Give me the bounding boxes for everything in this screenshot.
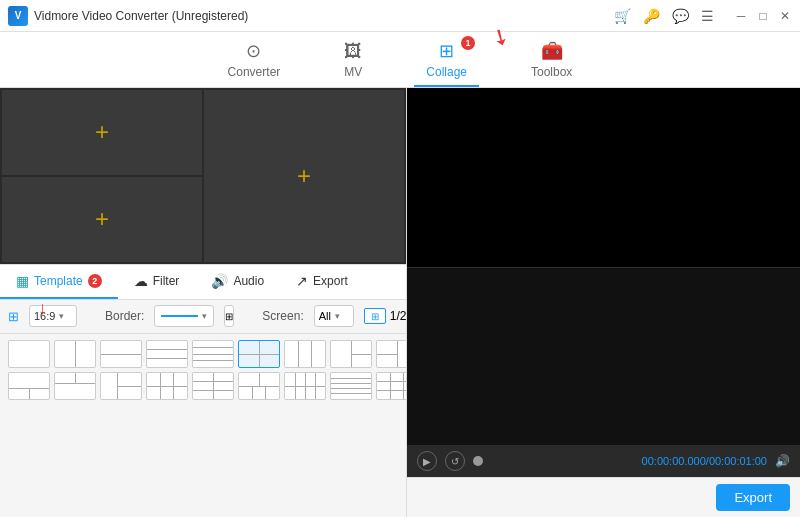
collage-cell-topleft[interactable]: + bbox=[2, 90, 202, 175]
template-item-16[interactable] bbox=[146, 372, 188, 400]
filter-icon: ☁ bbox=[134, 273, 148, 289]
preview-video bbox=[407, 88, 800, 445]
stop-button[interactable]: ↺ bbox=[445, 451, 465, 471]
bottom-tabs: ▦ Template 2 ↓ ☁ Filter 🔊 Audio ↗ Export bbox=[0, 264, 406, 300]
tab-converter[interactable]: ⊙ Converter bbox=[216, 34, 293, 87]
border-settings-btn[interactable]: ⊞ bbox=[224, 305, 234, 327]
tab-export[interactable]: ↗ Export bbox=[280, 265, 364, 299]
template-item-21[interactable] bbox=[376, 372, 406, 400]
template-badge: 2 bbox=[88, 274, 102, 288]
preview-top-half bbox=[407, 88, 800, 266]
chat-icon[interactable]: 💬 bbox=[672, 8, 689, 24]
converter-icon: ⊙ bbox=[246, 40, 261, 62]
export-area: Export bbox=[407, 477, 800, 517]
template-item-3[interactable] bbox=[100, 340, 142, 368]
template-item-7[interactable] bbox=[284, 340, 326, 368]
add-media-icon-2: + bbox=[297, 162, 311, 190]
main-content: + + + ▦ Template 2 ↓ ☁ Filter bbox=[0, 88, 800, 517]
tab-toolbox-label: Toolbox bbox=[531, 65, 572, 79]
screen-value: All bbox=[319, 310, 331, 322]
export-tab-icon: ↗ bbox=[296, 273, 308, 289]
template-toolbar: ⊞ 16:9 ▾ Border: ▾ ⊞ Screen: All ▾ ⊞ 1/2 bbox=[0, 300, 406, 334]
template-grid bbox=[0, 334, 406, 518]
collage-preview: + + + bbox=[0, 88, 406, 264]
tab-mv-label: MV bbox=[344, 65, 362, 79]
preview-bottom-half bbox=[407, 267, 800, 445]
aspect-ratio-select[interactable]: 16:9 ▾ bbox=[29, 305, 77, 327]
app-title: Vidmore Video Converter (Unregistered) bbox=[34, 9, 248, 23]
tab-audio[interactable]: 🔊 Audio bbox=[195, 265, 280, 299]
template-item-15[interactable] bbox=[100, 372, 142, 400]
aspect-ratio-value: 16:9 bbox=[34, 310, 55, 322]
template-item-5[interactable] bbox=[192, 340, 234, 368]
close-button[interactable]: ✕ bbox=[778, 9, 792, 23]
nav-tabs: ⊙ Converter 🖼 MV ⊞ Collage 1 ➘ 🧰 Toolbox bbox=[0, 32, 800, 88]
time-display: 00:00:00.000/00:00:01:00 bbox=[642, 455, 767, 467]
progress-dot[interactable] bbox=[473, 456, 483, 466]
tab-mv[interactable]: 🖼 MV bbox=[332, 35, 374, 87]
border-label: Border: bbox=[105, 309, 144, 323]
template-item-17[interactable] bbox=[192, 372, 234, 400]
template-item-2[interactable] bbox=[54, 340, 96, 368]
key-icon[interactable]: 🔑 bbox=[643, 8, 660, 24]
template-item-9[interactable] bbox=[376, 340, 406, 368]
template-row-1 bbox=[8, 340, 398, 368]
template-item-20[interactable] bbox=[330, 372, 372, 400]
template-item-13[interactable] bbox=[8, 372, 50, 400]
add-media-icon-1: + bbox=[95, 118, 109, 146]
template-item-19[interactable] bbox=[284, 372, 326, 400]
template-item-4[interactable] bbox=[146, 340, 188, 368]
grid-icon: ⊞ bbox=[8, 309, 19, 324]
collage-icon: ⊞ bbox=[439, 40, 454, 62]
template-icon: ▦ bbox=[16, 273, 29, 289]
screen-label: Screen: bbox=[262, 309, 303, 323]
maximize-button[interactable]: □ bbox=[756, 9, 770, 23]
filter-tab-label: Filter bbox=[153, 274, 180, 288]
window-controls: ─ □ ✕ bbox=[734, 9, 792, 23]
border-chevron: ▾ bbox=[202, 311, 207, 321]
toolbox-icon: 🧰 bbox=[541, 40, 563, 62]
template-item-6[interactable] bbox=[238, 340, 280, 368]
tab-toolbox[interactable]: 🧰 Toolbox bbox=[519, 34, 584, 87]
tab-template[interactable]: ▦ Template 2 ↓ bbox=[0, 265, 118, 299]
tab-collage[interactable]: ⊞ Collage 1 ➘ bbox=[414, 34, 479, 87]
template-item-18[interactable] bbox=[238, 372, 280, 400]
template-item-1[interactable] bbox=[8, 340, 50, 368]
app-logo: V bbox=[8, 6, 28, 26]
collage-cell-bottomleft[interactable]: + bbox=[2, 177, 202, 262]
collage-badge: 1 bbox=[461, 36, 475, 50]
template-item-14[interactable] bbox=[54, 372, 96, 400]
title-bar-left: V Vidmore Video Converter (Unregistered) bbox=[8, 6, 248, 26]
collage-cell-right[interactable]: + bbox=[204, 90, 404, 262]
export-tab-label: Export bbox=[313, 274, 348, 288]
screen-select[interactable]: All ▾ bbox=[314, 305, 354, 327]
tab-collage-label: Collage bbox=[426, 65, 467, 79]
playback-bar: ▶ ↺ 00:00:00.000/00:00:01:00 🔊 bbox=[407, 445, 800, 477]
export-button[interactable]: Export bbox=[716, 484, 790, 511]
screen-chevron: ▾ bbox=[335, 311, 340, 321]
aspect-ratio-chevron: ▾ bbox=[59, 311, 64, 321]
page-value: 1/2 bbox=[390, 309, 407, 323]
preview-area bbox=[407, 88, 800, 445]
left-panel: + + + ▦ Template 2 ↓ ☁ Filter bbox=[0, 88, 407, 517]
template-tab-label: Template bbox=[34, 274, 83, 288]
tab-converter-label: Converter bbox=[228, 65, 281, 79]
cart-icon[interactable]: 🛒 bbox=[614, 8, 631, 24]
title-bar-right: 🛒 🔑 💬 ☰ ─ □ ✕ bbox=[614, 8, 792, 24]
page-box: ⊞ bbox=[364, 308, 386, 324]
tab-filter[interactable]: ☁ Filter bbox=[118, 265, 196, 299]
border-select[interactable]: ▾ bbox=[154, 305, 214, 327]
mv-icon: 🖼 bbox=[344, 41, 362, 62]
play-button[interactable]: ▶ bbox=[417, 451, 437, 471]
minimize-button[interactable]: ─ bbox=[734, 9, 748, 23]
template-row-2 bbox=[8, 372, 398, 400]
right-panel: ▶ ↺ 00:00:00.000/00:00:01:00 🔊 Export bbox=[407, 88, 800, 517]
audio-icon: 🔊 bbox=[211, 273, 228, 289]
template-item-8[interactable] bbox=[330, 340, 372, 368]
title-bar: V Vidmore Video Converter (Unregistered)… bbox=[0, 0, 800, 32]
menu-icon[interactable]: ☰ bbox=[701, 8, 714, 24]
volume-icon[interactable]: 🔊 bbox=[775, 454, 790, 468]
audio-tab-label: Audio bbox=[233, 274, 264, 288]
add-media-icon-3: + bbox=[95, 205, 109, 233]
border-preview bbox=[161, 315, 198, 317]
